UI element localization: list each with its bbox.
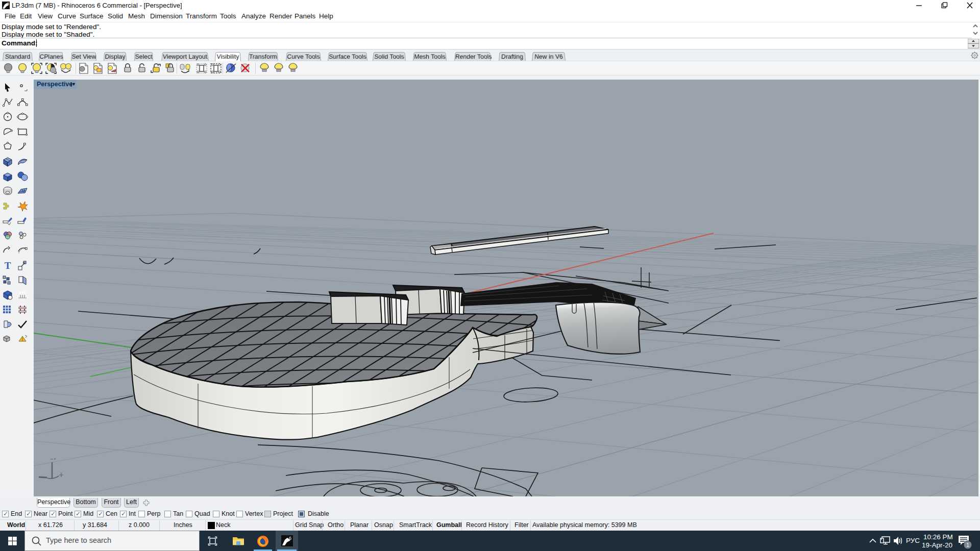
svg-text:6: 6	[7, 2, 9, 6]
svg-text:T: T	[5, 260, 11, 271]
svg-text:6: 6	[289, 536, 291, 541]
svg-text:1: 1	[966, 542, 969, 548]
